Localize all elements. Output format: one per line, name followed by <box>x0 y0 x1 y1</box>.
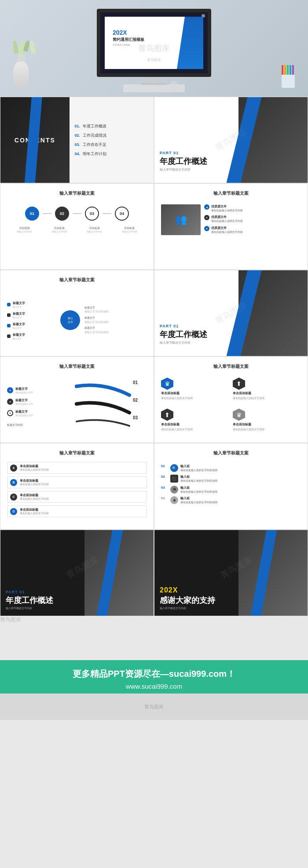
label-4: 添加标题 请输入文字内容 <box>121 226 138 233</box>
abcd-letter-c: C <box>10 494 17 501</box>
list-items: ★ 优质源文件 请在此处输入说明文字内容 ♦ 优质源文件 请在此处输入说明文字内… <box>204 204 301 263</box>
contents-right: 01. 年度工作概述 02. 工作完成情况 03. 工作存在不足 04. 明年工… <box>70 97 154 183</box>
curved-svg-area: 01 02 03 <box>68 378 145 436</box>
slide-title-7: 输入章节标题文案 <box>161 450 301 456</box>
abcd-texts-c: 单击添加标题 请在此输入您的文字内容 <box>20 493 49 501</box>
slide-title-1: 输入章节标题文案 <box>7 190 147 196</box>
promo-section: 更多精品PPT资源尽在—sucai999.com！ www.sucai999.c… <box>0 660 308 694</box>
abcd-desc-d: 请在此输入您的文字内容 <box>20 512 49 515</box>
curved-item-3: ● 标题文字 请在此处输入文字 <box>7 410 70 417</box>
abcd-texts-b: 单击添加标题 请在此输入您的文字内容 <box>20 479 49 486</box>
contents-item-2: 02. 工作完成情况 <box>75 133 148 138</box>
contents-text-2: 工作完成情况 <box>83 133 106 138</box>
thankyou-sub: 输入章节概述文字内容 <box>160 607 302 610</box>
part01-v2-sub: 输入章节概述文字内容 <box>160 341 207 345</box>
abcd-letter-a: A <box>10 465 17 472</box>
abcd-list: A 单击添加标题 请在此输入您的文字内容 B 单击添加标题 请在此输入您的文字内… <box>7 462 147 523</box>
contents-left: CONTENTS <box>0 97 70 183</box>
svg-text:02: 02 <box>133 398 138 403</box>
monitor-stand <box>150 77 158 84</box>
icon-card-title-3: 单击添加标题 <box>161 422 180 427</box>
dark-sub: 输入章节概述文字内容 <box>6 607 148 610</box>
mind-item-2: 标题文字 输入文字 <box>7 312 56 319</box>
abcd-desc-b: 请在此输入您的文字内容 <box>20 483 49 486</box>
contents-item-3: 03. 工作存在不足 <box>75 142 148 148</box>
icon-hex-4: ♛ <box>233 409 245 421</box>
curved-item-1: ● 标题文字 请在此处输入文字 <box>7 387 70 394</box>
num-item-1: 01 🔍 输入组 请在此处输入您的文字内容说明 <box>161 464 301 472</box>
num-right-list: 01 🔍 输入组 请在此处输入您的文字内容说明 02 ⬛ 输入组 请在此处输入您… <box>161 464 301 523</box>
part01-text: PART 01 年度工作概述 输入章节概述文字内容 <box>160 151 207 172</box>
mind-text-2: 标题文字 输入文字 <box>13 312 25 319</box>
abcd-texts-a: 单击添加标题 请在此输入您的文字内容 <box>20 464 49 472</box>
abcd-title-b: 单击添加标题 <box>20 479 49 483</box>
list-icon-3: ● <box>204 226 209 231</box>
connector-3 <box>103 213 111 214</box>
img-list-container: 👥 ★ 优质源文件 请在此处输入说明文字内容 ♦ 优质源文件 请在此处输入说 <box>161 204 301 263</box>
part01-v2-title: 年度工作概述 <box>160 329 207 340</box>
curved-num-1: ● <box>7 387 13 393</box>
icon-card-title-4: 单击添加标题 <box>233 422 251 427</box>
abcd-desc-a: 请在此输入您的文字内容 <box>20 469 49 472</box>
contents-text-1: 年度工作概述 <box>83 123 106 129</box>
contents-text-4: 明年工作计划 <box>83 151 106 157</box>
part01-v2-text: PART 01 年度工作概述 输入章节概述文字内容 <box>160 324 207 345</box>
thankyou-year: 202X <box>160 586 302 594</box>
row-5: 输入章节标题文案 A 单击添加标题 请在此输入您的文字内容 B 单击添加标题 请… <box>0 443 308 530</box>
contents-num-4: 04. <box>75 152 81 156</box>
part01-sub: 输入章节概述文字内容 <box>160 167 207 172</box>
icon-grid: ♛ 单击添加标题 请在此处输入您的文字说明 ⬆ 单击添加标题 请在此处输入您的文… <box>161 378 301 436</box>
curved-item-2: ● 标题文字 请在此处输入文字 <box>7 398 70 405</box>
dark-slide-text: PART 01 年度工作概述 输入章节概述文字内容 <box>6 590 148 610</box>
contents-num-3: 03. <box>75 142 81 147</box>
abcd-title-a: 单击添加标题 <box>20 464 49 469</box>
circle-steps: 01 02 03 04 <box>7 207 147 221</box>
row-1: CONTENTS 01. 年度工作概述 02. 工作完成情况 03. 工作存在不… <box>0 97 308 183</box>
contents-num-2: 02. <box>75 133 81 138</box>
icon-card-2: ⬆ 单击添加标题 请在此处输入您的文字说明 <box>233 378 301 405</box>
mind-item-4: 标题文字 输入文字 <box>7 333 56 340</box>
screen-blue-strip <box>177 17 203 69</box>
icon-card-text-1: 请在此处输入您的文字说明 <box>161 397 193 400</box>
screen-watermark: 菁鸟图库 <box>147 58 161 62</box>
list-icon-1: ★ <box>204 204 209 210</box>
icon-hex-2: ⬆ <box>233 378 245 390</box>
num-badge-2: 02 <box>161 475 168 479</box>
icon-hex-1: ♛ <box>161 378 173 390</box>
icon-card-1: ♛ 单击添加标题 请在此处输入您的文字说明 <box>161 378 229 405</box>
icon-card-text-3: 请在此处输入您的文字说明 <box>161 428 193 432</box>
abcd-letter-d: D <box>10 508 17 515</box>
abcd-texts-d: 单击添加标题 请在此输入您的文字内容 <box>20 508 49 515</box>
dark-main-title: 年度工作概述 <box>6 595 148 606</box>
slide-title-4: 输入章节标题文案 <box>7 363 147 370</box>
mindmap-layout: 标题文字 输入文字 标题文字 输入文字 标题 <box>7 291 147 349</box>
mouse-decoration <box>169 81 178 92</box>
list-item-content-2: 优质源文件 请在此处输入说明文字内容 <box>211 215 243 223</box>
step-2: 02 <box>55 207 69 221</box>
step-labels: 添加图题 请输入文字内容 添加标题 请输入文字内容 添加标题 请输入文字内容 添… <box>7 226 147 233</box>
curved-num-3: ● <box>7 410 13 416</box>
mindmap-right: 标题文字 请输入文字内容说明... 标题文字 请输入文字内容说明... 标题文字… <box>84 306 147 335</box>
abcd-item-b: B 单击添加标题 请在此输入您的文字内容 <box>7 476 147 488</box>
num-item-3: 03 ♻ 输入组 请在此处输入您的文字内容说明 <box>161 486 301 494</box>
step-3: 03 <box>85 207 99 221</box>
list-item-2: ♦ 优质源文件 请在此处输入说明文字内容 <box>204 215 301 223</box>
thankyou-title: 感谢大家的支持 <box>160 595 302 606</box>
hero-section: 202X 简约通用汇报模板 简单通用汇报模板 菁鸟图库 菁鸟图库 <box>0 0 308 97</box>
curved-layout: ● 标题文字 请在此处输入文字 ● 标题文字 请在此处输入文字 <box>7 378 147 436</box>
pencil-cup-body <box>282 75 295 88</box>
part01-label: PART 01 <box>160 151 207 155</box>
part01-title: 年度工作概述 <box>160 156 207 167</box>
blank-spacing: 菁鸟图库 <box>0 616 308 660</box>
part01-v2-label: PART 01 <box>160 324 207 328</box>
list-item-3: ● 优质源文件 请在此处输入说明文字内容 <box>204 226 301 234</box>
screen-title: 简约通用汇报模板 <box>113 37 144 43</box>
label-2: 添加标题 请输入文字内容 <box>51 226 68 233</box>
mind-dot-3 <box>7 324 11 327</box>
curved-text-1: 标题文字 请在此处输入文字 <box>15 387 33 394</box>
step-4: 04 <box>115 207 129 221</box>
num-icon-1: 🔍 <box>170 464 178 472</box>
icon-card-text-4: 请在此处输入您的文字说明 <box>233 428 264 432</box>
list-item-content-3: 优质源文件 请在此处输入说明文字内容 <box>211 226 243 234</box>
abcd-title-c: 单击添加标题 <box>20 493 49 498</box>
